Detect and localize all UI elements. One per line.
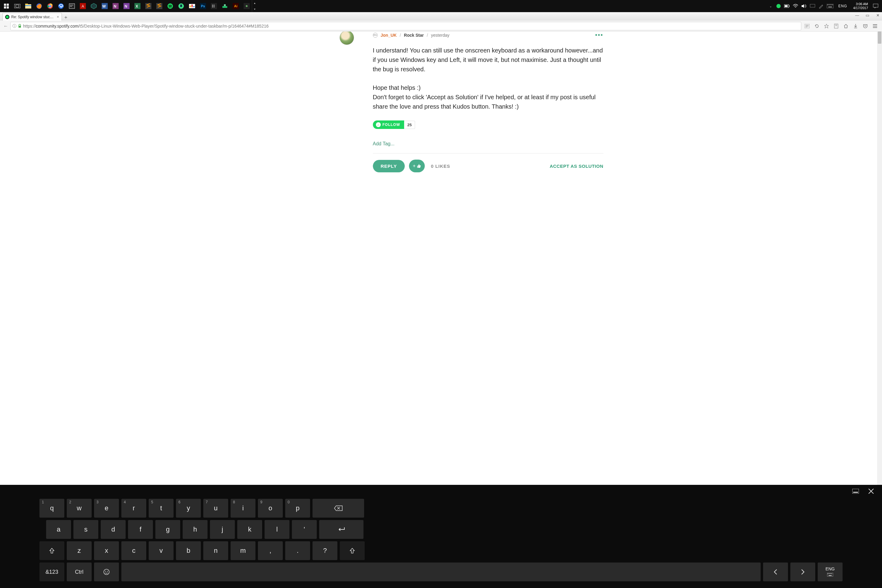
site-info-icon[interactable]: ⓘ bbox=[12, 23, 16, 29]
key-left[interactable] bbox=[763, 562, 788, 581]
tab-close-icon[interactable]: × bbox=[57, 15, 59, 19]
taskview-icon[interactable] bbox=[12, 1, 22, 11]
key-k[interactable]: k bbox=[237, 520, 262, 539]
key-m[interactable]: m bbox=[231, 541, 255, 560]
pocket-icon[interactable] bbox=[861, 22, 869, 30]
author-name[interactable]: Jon_UK bbox=[381, 33, 397, 38]
word-icon[interactable]: W bbox=[99, 1, 110, 11]
key-q[interactable]: 1q bbox=[39, 499, 64, 518]
key-j[interactable]: j bbox=[210, 520, 235, 539]
reply-button[interactable]: REPLY bbox=[373, 160, 405, 172]
key-w[interactable]: 2w bbox=[67, 499, 92, 518]
key-t[interactable]: 5t bbox=[148, 499, 174, 518]
excel-icon[interactable]: X bbox=[132, 1, 142, 11]
osk-dock-icon[interactable] bbox=[852, 489, 859, 495]
scrollbar-track[interactable] bbox=[877, 32, 882, 485]
key-i[interactable]: 8i bbox=[231, 499, 255, 518]
file-explorer-icon[interactable] bbox=[23, 1, 33, 11]
process-icon[interactable] bbox=[220, 1, 230, 11]
accept-solution-link[interactable]: ACCEPT AS SOLUTION bbox=[550, 164, 603, 169]
photoshop-icon[interactable]: Ps bbox=[198, 1, 208, 11]
key-space[interactable] bbox=[122, 562, 760, 581]
android-studio-icon[interactable] bbox=[176, 1, 186, 11]
back-button[interactable]: ← bbox=[1, 21, 10, 31]
key-enter[interactable] bbox=[319, 520, 363, 539]
key-p[interactable]: 0p bbox=[285, 499, 310, 518]
key-comma[interactable]: , bbox=[258, 541, 283, 560]
start-icon[interactable] bbox=[1, 1, 12, 11]
kudos-button[interactable]: + bbox=[409, 160, 425, 172]
new-tab-button[interactable]: ＋ bbox=[62, 14, 70, 21]
reader-icon[interactable] bbox=[803, 22, 811, 30]
taskbar-scroll[interactable]: ▲ ▼ bbox=[252, 0, 257, 12]
wifi-icon[interactable] bbox=[792, 1, 799, 11]
key-shift-left[interactable] bbox=[39, 541, 64, 560]
generic-app-icon[interactable] bbox=[242, 1, 252, 11]
spotify-icon[interactable] bbox=[165, 1, 176, 11]
pen-icon[interactable] bbox=[818, 1, 824, 11]
key-u[interactable]: 7u bbox=[203, 499, 228, 518]
key-r[interactable]: 4r bbox=[122, 499, 146, 518]
maximize-button[interactable]: ▭ bbox=[864, 13, 870, 18]
action-center-icon[interactable] bbox=[872, 1, 880, 11]
downloads-icon[interactable] bbox=[852, 22, 860, 30]
touch-keyboard-icon[interactable] bbox=[826, 1, 834, 11]
reload-icon[interactable] bbox=[813, 22, 821, 30]
chrome-icon[interactable] bbox=[45, 1, 55, 11]
key-b[interactable]: b bbox=[176, 541, 201, 560]
chevron-down-icon[interactable]: ▼ bbox=[252, 6, 257, 12]
key-s[interactable]: s bbox=[74, 520, 98, 539]
acrobat-icon[interactable]: A bbox=[78, 1, 88, 11]
scrollbar-thumb[interactable] bbox=[878, 32, 881, 44]
key-symbols[interactable]: &123 bbox=[39, 562, 64, 581]
battery-icon[interactable] bbox=[784, 1, 790, 11]
menu-icon[interactable] bbox=[871, 22, 879, 30]
home-icon[interactable] bbox=[842, 22, 850, 30]
tray-spotify-icon[interactable] bbox=[775, 1, 782, 11]
volume-icon[interactable] bbox=[801, 1, 807, 11]
foobar-icon[interactable] bbox=[209, 1, 219, 11]
language-indicator[interactable]: ENG bbox=[836, 4, 849, 8]
calendar-icon[interactable] bbox=[67, 1, 77, 11]
address-bar[interactable]: ⓘ https://community.spotify.com/t5/Deskt… bbox=[10, 22, 801, 30]
key-question[interactable]: ? bbox=[312, 541, 338, 560]
key-e[interactable]: 3e bbox=[94, 499, 119, 518]
key-g[interactable]: g bbox=[155, 520, 180, 539]
follow-button[interactable]: ♪ FOLLOW 25 bbox=[373, 120, 415, 129]
tray-chevron-icon[interactable]: ⌄ bbox=[768, 1, 773, 11]
key-z[interactable]: z bbox=[67, 541, 92, 560]
sublime-icon[interactable] bbox=[143, 1, 153, 11]
key-l[interactable]: l bbox=[265, 520, 290, 539]
chevron-up-icon[interactable]: ▲ bbox=[252, 0, 257, 6]
key-apostrophe[interactable]: ' bbox=[292, 520, 317, 539]
sublime2-icon[interactable] bbox=[154, 1, 165, 11]
library-icon[interactable] bbox=[832, 22, 840, 30]
illustrator-icon[interactable]: Ai bbox=[231, 1, 241, 11]
close-button[interactable]: ✕ bbox=[875, 13, 881, 18]
add-tag-link[interactable]: Add Tag... bbox=[373, 141, 603, 147]
post-options-icon[interactable]: ••• bbox=[595, 32, 603, 39]
key-c[interactable]: c bbox=[122, 541, 146, 560]
osk-close-icon[interactable] bbox=[868, 488, 874, 495]
browser-tab[interactable]: Re: Spotify window stuck ... × bbox=[2, 13, 62, 21]
author-avatar[interactable] bbox=[339, 32, 354, 45]
key-a[interactable]: a bbox=[46, 520, 71, 539]
key-d[interactable]: d bbox=[101, 520, 126, 539]
key-f[interactable]: f bbox=[128, 520, 153, 539]
page-content[interactable]: RS Jon_UK / Rock Star / yesterday ••• I … bbox=[0, 32, 882, 485]
hex-icon[interactable] bbox=[88, 1, 99, 11]
onenote-clip-icon[interactable]: N bbox=[122, 1, 132, 11]
key-h[interactable]: h bbox=[183, 520, 207, 539]
firefox-icon[interactable] bbox=[34, 1, 44, 11]
key-y[interactable]: 6y bbox=[176, 499, 201, 518]
key-o[interactable]: 9o bbox=[258, 499, 283, 518]
mpc-icon[interactable] bbox=[187, 1, 197, 11]
clock[interactable]: 3:06 AM 4/17/2017 bbox=[851, 2, 870, 10]
key-emoji[interactable] bbox=[94, 562, 119, 581]
project-icon[interactable] bbox=[809, 1, 816, 11]
key-x[interactable]: x bbox=[94, 541, 119, 560]
key-shift-right[interactable] bbox=[340, 541, 365, 560]
key-n[interactable]: n bbox=[203, 541, 228, 560]
star-icon[interactable] bbox=[822, 22, 830, 30]
key-period[interactable]: . bbox=[285, 541, 310, 560]
